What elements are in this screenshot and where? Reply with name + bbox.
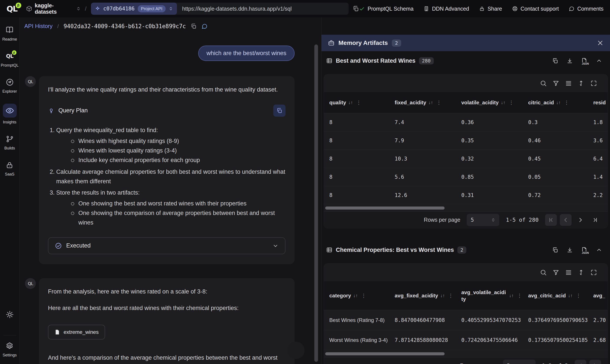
close-panel-button[interactable] xyxy=(597,40,603,46)
nav-label: Comments xyxy=(577,6,603,12)
build-selector[interactable]: c07db64186 Project API xyxy=(91,3,177,15)
cell: Worst Wines (Rating 3-4) xyxy=(324,337,389,344)
nav-contact-support[interactable]: Contact support xyxy=(512,6,559,12)
horizontal-scrollbar[interactable] xyxy=(324,204,608,211)
row-height-icon[interactable] xyxy=(578,80,585,87)
column-menu-icon[interactable]: ⋮ xyxy=(436,100,441,106)
table-row[interactable]: 8 5.6 0.85 0.05 1.4 xyxy=(324,168,608,186)
column-menu-icon[interactable]: ⋮ xyxy=(517,293,522,299)
nav-comments[interactable]: Comments xyxy=(569,6,603,12)
nav-ddn-advanced[interactable]: DDN Advanced xyxy=(423,6,469,12)
sidebar-item-settings[interactable]: Settings xyxy=(3,341,17,357)
cell: 0.36 xyxy=(456,119,523,125)
assistant-card: I'll analyze the wine quality ratings an… xyxy=(39,76,295,264)
fullscreen-icon[interactable] xyxy=(590,80,597,87)
row-height-icon[interactable] xyxy=(578,269,585,276)
sort-icon[interactable]: ↓↑ xyxy=(568,293,572,298)
column-header-avg-volatile-acidity[interactable]: avg_volatile_acidity ↓↑ ⋮ xyxy=(456,289,523,302)
column-header-avg-citric-acid[interactable]: avg_citric_acid ↓↑ ⋮ xyxy=(523,292,588,299)
download-json-button[interactable]: JSON xyxy=(581,57,588,64)
table-row[interactable]: Worst Wines (Rating 3-4) 7.8714285880800… xyxy=(324,330,608,350)
query-plan-step: Query the winequality_red table to find:… xyxy=(56,125,285,165)
copy-thread-id-button[interactable] xyxy=(190,23,197,29)
column-header-fixed-acidity[interactable]: fixed_acidity ↓↑ ⋮ xyxy=(389,99,456,106)
sort-icon[interactable]: ↓↑ xyxy=(509,293,514,298)
first-page-button[interactable] xyxy=(545,214,557,226)
sort-icon[interactable]: ↓↑ xyxy=(440,293,445,298)
search-icon[interactable] xyxy=(540,80,547,87)
sidebar-item-builds[interactable]: Builds xyxy=(4,134,15,151)
sidebar-item-explorer[interactable]: Explorer xyxy=(2,78,17,94)
previous-page-button[interactable] xyxy=(560,214,571,226)
project-switcher[interactable]: kaggle-datasets xyxy=(26,2,81,15)
nav-promptql-schema[interactable]: PromptQL Schema xyxy=(359,6,414,12)
table-row[interactable]: 8 10.3 0.32 0.45 6.4 xyxy=(324,149,608,168)
sort-icon[interactable]: ↓↑ xyxy=(353,293,358,298)
filter-icon[interactable] xyxy=(553,269,559,276)
column-menu-icon[interactable]: ⋮ xyxy=(576,293,581,299)
download-json-button[interactable]: JSON xyxy=(581,247,588,253)
collapse-icon[interactable] xyxy=(596,58,602,64)
thread-comment-button[interactable] xyxy=(202,23,207,29)
copy-icon[interactable] xyxy=(552,247,558,253)
build-badge: Project API xyxy=(138,5,166,12)
column-menu-icon[interactable]: ⋮ xyxy=(448,293,453,299)
next-page-button[interactable] xyxy=(575,214,586,226)
horizontal-scrollbar[interactable] xyxy=(324,350,608,357)
last-page-button[interactable] xyxy=(589,214,601,226)
copy-query-plan-button[interactable] xyxy=(273,104,285,117)
chat-scrollbar[interactable] xyxy=(314,44,318,362)
sidebar-item-saas[interactable]: SaaS xyxy=(5,160,14,177)
cell: 7.9 xyxy=(389,138,456,143)
sidebar-item-readme[interactable]: Readme xyxy=(2,26,17,42)
executed-accordion[interactable]: Executed xyxy=(48,237,285,254)
sort-icon[interactable]: ↓↑ xyxy=(556,100,561,105)
columns-icon[interactable] xyxy=(565,80,572,87)
rows-per-page-select[interactable]: 5 xyxy=(467,214,499,226)
download-icon[interactable] xyxy=(567,58,573,64)
search-icon[interactable] xyxy=(540,269,547,276)
nav-share[interactable]: Share xyxy=(479,6,502,12)
download-icon[interactable] xyxy=(567,247,573,253)
column-header-citric-acid[interactable]: citric_acid ↓↑ ⋮ xyxy=(523,99,588,106)
pagination-range: 1-2 of 2 xyxy=(542,363,568,364)
column-header-quality[interactable]: quality ↓↑ ⋮ xyxy=(324,99,389,106)
assistant-avatar: QL xyxy=(25,278,36,289)
sort-icon[interactable]: ↓↑ xyxy=(501,100,505,105)
copy-icon[interactable] xyxy=(552,58,558,64)
table-row[interactable]: Best Wines (Rating 7-8) 8.84700460477908… xyxy=(324,310,608,330)
collapse-icon[interactable] xyxy=(596,247,602,253)
rows-per-page-label: Rows per page xyxy=(460,363,496,364)
table-row[interactable]: 8 7.4 0.36 0.3 1.8 xyxy=(324,113,608,131)
column-header-avg-residual-sugar[interactable]: avg_ xyxy=(588,292,608,299)
filter-icon[interactable] xyxy=(553,80,559,87)
sort-icon[interactable]: ↓↑ xyxy=(348,100,353,105)
scroll-to-bottom-button[interactable] xyxy=(287,342,305,359)
columns-icon[interactable] xyxy=(565,269,572,276)
sidebar-item-promptql[interactable]: QL β PromptQL xyxy=(1,52,18,68)
copy-url-button[interactable] xyxy=(352,5,359,12)
artifact-chip-extreme-wines[interactable]: extreme_wines xyxy=(48,325,105,339)
sidebar-item-insights[interactable]: Insights xyxy=(3,104,17,125)
table-row[interactable]: 8 7.9 0.35 0.46 3.6 xyxy=(324,131,608,149)
column-menu-icon[interactable]: ⋮ xyxy=(356,100,361,106)
previous-page-button[interactable] xyxy=(575,360,586,364)
column-menu-icon[interactable]: ⋮ xyxy=(361,293,366,299)
promptql-logo[interactable]: QL β xyxy=(7,4,17,13)
rows-per-page-select[interactable]: 5 xyxy=(503,360,536,364)
fullscreen-icon[interactable] xyxy=(590,269,597,276)
table-row[interactable]: 8 12.6 0.31 0.72 2.2 xyxy=(324,186,608,204)
sort-icon[interactable]: ↓↑ xyxy=(428,100,433,105)
last-page-icon xyxy=(592,217,598,223)
breadcrumb-api-history-link[interactable]: API History xyxy=(24,23,53,29)
api-url-bar[interactable]: c07db64186 Project API https://kaggle-da… xyxy=(91,3,349,15)
next-page-button[interactable] xyxy=(589,360,601,364)
column-header-residual-sugar[interactable]: resid xyxy=(588,99,608,106)
column-menu-icon[interactable]: ⋮ xyxy=(564,100,569,106)
column-header-volatile-acidity[interactable]: volatile_acidity ↓↑ ⋮ xyxy=(456,99,523,106)
column-header-category[interactable]: category ↓↑ ⋮ xyxy=(324,292,389,299)
column-header-avg-fixed-acidity[interactable]: avg_fixed_acidity ↓↑ ⋮ xyxy=(389,292,456,299)
cell: 0.85 xyxy=(456,174,523,180)
theme-toggle[interactable] xyxy=(5,310,14,319)
column-menu-icon[interactable]: ⋮ xyxy=(509,100,514,106)
